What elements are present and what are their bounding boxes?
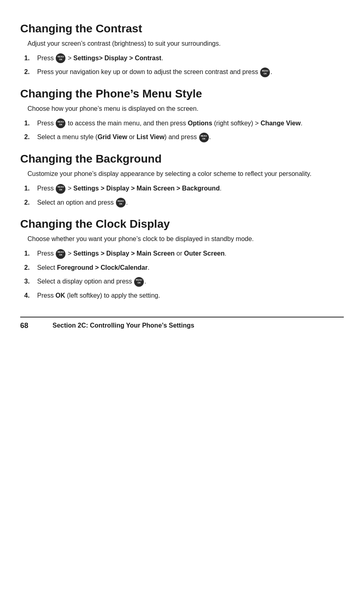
intro-background: Customize your phone’s display appearanc… (27, 169, 344, 179)
step-text: Press MENUOK > Settings > Display > Main… (37, 249, 344, 259)
intro-contrast: Adjust your screen’s contrast (brightnes… (27, 39, 344, 49)
steps-background: 1.Press MENUOK > Settings > Display > Ma… (24, 184, 344, 208)
step-number: 1. (24, 53, 37, 63)
footer-section-label: Section 2C: Controlling Your Phone’s Set… (53, 322, 194, 329)
steps-contrast: 1.Press MENUOK > Settings> Display > Con… (24, 53, 344, 78)
step-text: Select a display option and press MENUOK… (37, 277, 344, 287)
step-number: 4. (24, 291, 37, 300)
heading-menu-style: Changing the Phone’s Menu Style (20, 87, 344, 101)
step-number: 2. (24, 67, 37, 77)
step-text: Press OK (left softkey) to apply the set… (37, 291, 344, 300)
step-number: 2. (24, 198, 37, 207)
step-item: 2.Select Foreground > Clock/Calendar. (24, 263, 344, 273)
step-text: Select a menu style (Grid View or List V… (37, 132, 344, 142)
menu-ok-icon: MENUOK (56, 184, 65, 194)
steps-clock-display: 1.Press MENUOK > Settings > Display > Ma… (24, 249, 344, 300)
page-footer: 68Section 2C: Controlling Your Phone’s S… (20, 317, 344, 330)
heading-background: Changing the Background (20, 152, 344, 166)
step-number: 3. (24, 277, 37, 286)
step-item: 2.Select an option and press MENUOK. (24, 198, 344, 208)
step-number: 2. (24, 263, 37, 273)
heading-clock-display: Changing the Clock Display (20, 217, 344, 231)
intro-menu-style: Choose how your phone’s menu is displaye… (27, 104, 344, 114)
step-item: 2.Select a menu style (Grid View or List… (24, 132, 344, 142)
step-number: 2. (24, 132, 37, 142)
intro-clock-display: Choose whether you want your phone’s clo… (27, 234, 344, 244)
step-text: Press your navigation key up or down to … (37, 67, 344, 77)
menu-ok-icon: MENUOK (260, 68, 270, 77)
menu-ok-icon: MENUOK (134, 277, 144, 287)
heading-contrast: Changing the Contrast (20, 22, 344, 36)
step-number: 1. (24, 184, 37, 193)
footer-page-number: 68 (20, 322, 40, 330)
menu-ok-icon: MENUOK (56, 249, 65, 259)
menu-ok-icon: MENUOK (56, 119, 65, 128)
step-number: 1. (24, 249, 37, 258)
menu-ok-icon: MENUOK (116, 198, 126, 207)
step-item: 1.Press MENUOK > Settings > Display > Ma… (24, 249, 344, 259)
step-item: 1.Press MENUOK > Settings> Display > Con… (24, 53, 344, 63)
step-item: 2.Press your navigation key up or down t… (24, 67, 344, 77)
step-text: Select an option and press MENUOK. (37, 198, 344, 208)
step-item: 3.Select a display option and press MENU… (24, 277, 344, 287)
menu-ok-icon: MENUOK (56, 53, 65, 63)
step-text: Select Foreground > Clock/Calendar. (37, 263, 344, 273)
step-text: Press MENUOK > Settings> Display > Contr… (37, 53, 344, 63)
menu-ok-icon: MENUOK (199, 133, 209, 142)
step-item: 1.Press MENUOK > Settings > Display > Ma… (24, 184, 344, 194)
step-text: Press MENUOK to access the main menu, an… (37, 119, 344, 129)
steps-menu-style: 1.Press MENUOK to access the main menu, … (24, 119, 344, 143)
step-number: 1. (24, 119, 37, 128)
step-item: 4.Press OK (left softkey) to apply the s… (24, 291, 344, 300)
step-text: Press MENUOK > Settings > Display > Main… (37, 184, 344, 194)
step-item: 1.Press MENUOK to access the main menu, … (24, 119, 344, 129)
